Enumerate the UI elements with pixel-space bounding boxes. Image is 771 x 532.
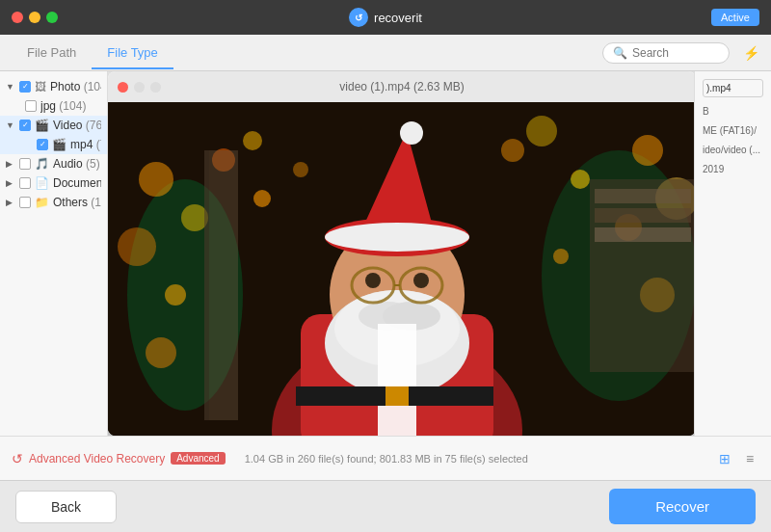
close-button[interactable] [12, 12, 23, 23]
svg-point-11 [243, 131, 262, 150]
photo-checkbox[interactable] [19, 81, 31, 93]
svg-rect-16 [209, 150, 238, 420]
back-button[interactable]: Back [15, 491, 117, 523]
right-panel: ).mp4 B ME (FAT16)/ ideo/video (... 2019 [694, 71, 771, 436]
video-checkbox[interactable] [19, 120, 31, 131]
video-icon: 🎬 [35, 119, 49, 132]
jpg-checkbox[interactable] [25, 100, 37, 112]
chevron-right-icon-others: ▶ [6, 198, 15, 207]
jpg-label: jpg (104) [40, 99, 86, 113]
search-box[interactable]: 🔍 [602, 42, 730, 64]
svg-point-5 [118, 227, 156, 266]
others-checkbox[interactable] [19, 197, 31, 208]
recovery-icon: ↺ [12, 451, 23, 466]
video-frame [108, 102, 694, 436]
svg-point-44 [553, 249, 569, 264]
photo-icon: 🖼 [35, 80, 46, 93]
modal-minimize-button[interactable] [134, 82, 145, 93]
sidebar-item-jpg[interactable]: jpg (104) [0, 96, 107, 116]
sidebar-item-video[interactable]: ▼ 🎬 Video (76) [0, 116, 107, 135]
sidebar-item-mp4[interactable]: 🎬 mp4 (76) [0, 135, 107, 154]
sidebar-item-audio[interactable]: ▶ 🎵 Audio (5) [0, 154, 107, 173]
modal-close-button[interactable] [118, 82, 128, 93]
modal-title: video (1).mp4 (2.63 MB) [339, 80, 464, 93]
app-logo: ↺ recoverit [349, 8, 422, 27]
tab-file-path[interactable]: File Path [12, 38, 92, 69]
titlebar: ↺ recoverit Active [0, 0, 771, 35]
mp4-checkbox[interactable] [37, 139, 48, 150]
logo-icon: ↺ [349, 8, 368, 27]
document-icon: 📄 [35, 176, 49, 190]
footer: Back Recover [0, 480, 771, 532]
content-area: video (1).mp4 (2.63 MB) [108, 71, 694, 436]
video-preview [108, 102, 694, 436]
traffic-lights [12, 12, 58, 23]
svg-point-42 [146, 337, 176, 368]
app-title: recoverit [374, 11, 422, 25]
filename-field: ).mp4 [703, 79, 763, 97]
svg-point-3 [139, 162, 173, 197]
sidebar-item-others[interactable]: ▶ 📁 Others (10) [0, 193, 107, 212]
modal-maximize-button[interactable] [150, 82, 161, 93]
chevron-down-icon: ▼ [6, 82, 15, 92]
search-input[interactable] [632, 46, 719, 60]
advanced-video-recovery-link[interactable]: ↺ Advanced Video Recovery Advanced [12, 451, 226, 466]
search-icon: 🔍 [613, 46, 627, 60]
mp4-label: mp4 (76) [70, 138, 101, 151]
advanced-badge: Advanced [171, 452, 225, 465]
mp4-icon: 🎬 [52, 138, 66, 151]
list-view-icon[interactable]: ≡ [740, 449, 759, 468]
svg-rect-38 [595, 208, 691, 223]
svg-point-22 [325, 223, 469, 252]
recover-button[interactable]: Recover [609, 489, 756, 524]
others-label: Others (10) [53, 196, 101, 209]
svg-point-14 [526, 116, 557, 146]
sidebar: ▼ 🖼 Photo (104) jpg (104) ▼ 🎬 Video (76)… [0, 71, 108, 436]
svg-point-4 [181, 204, 208, 231]
audio-checkbox[interactable] [19, 158, 31, 170]
view-icons: ⊞ ≡ [715, 449, 759, 468]
sidebar-item-document[interactable]: ▶ 📄 Document ( [0, 173, 107, 193]
audio-icon: 🎵 [35, 157, 49, 171]
minimize-button[interactable] [29, 12, 40, 23]
modal-titlebar: video (1).mp4 (2.63 MB) [108, 71, 694, 102]
others-icon: 📁 [35, 196, 49, 209]
svg-point-43 [571, 170, 590, 189]
svg-point-41 [165, 284, 186, 306]
active-badge: Active [711, 9, 759, 26]
tab-file-type[interactable]: File Type [92, 38, 173, 69]
main-area: ▼ 🖼 Photo (104) jpg (104) ▼ 🎬 Video (76)… [0, 71, 771, 436]
svg-rect-37 [595, 189, 691, 203]
svg-point-29 [413, 273, 429, 288]
document-checkbox[interactable] [19, 177, 31, 189]
svg-point-23 [400, 121, 423, 145]
modal-window: video (1).mp4 (2.63 MB) [108, 71, 694, 436]
preview-modal: video (1).mp4 (2.63 MB) [108, 71, 694, 436]
grid-view-icon[interactable]: ⊞ [715, 449, 734, 468]
filter-icon[interactable]: ⚡ [743, 45, 759, 61]
filesystem-field: ME (FAT16)/ [703, 124, 763, 138]
video-svg [108, 102, 694, 436]
tab-search-area: 🔍 ⚡ [602, 42, 759, 64]
svg-rect-39 [595, 227, 691, 242]
chevron-right-icon-audio: ▶ [6, 159, 15, 169]
statusbar: ↺ Advanced Video Recovery Advanced 1.04 … [0, 436, 771, 480]
svg-rect-35 [386, 386, 409, 406]
video-label: Video (76) [53, 119, 101, 132]
path-field: ideo/video (... [703, 144, 763, 157]
svg-rect-33 [378, 324, 416, 436]
sidebar-item-photo[interactable]: ▼ 🖼 Photo (104) [0, 77, 107, 96]
maximize-button[interactable] [46, 12, 58, 23]
svg-point-7 [632, 135, 663, 166]
svg-point-12 [293, 162, 308, 177]
audio-label: Audio (5) [53, 157, 100, 171]
chevron-right-icon-doc: ▶ [6, 178, 15, 188]
svg-point-40 [253, 190, 271, 207]
svg-point-13 [501, 139, 524, 162]
svg-rect-15 [204, 150, 209, 420]
svg-point-28 [365, 273, 381, 288]
status-text: 1.04 GB in 260 file(s) found; 801.83 MB … [245, 453, 528, 465]
document-label: Document ( [53, 176, 101, 190]
tabbar: File Path File Type 🔍 ⚡ [0, 35, 771, 71]
date-field: 2019 [703, 163, 763, 176]
